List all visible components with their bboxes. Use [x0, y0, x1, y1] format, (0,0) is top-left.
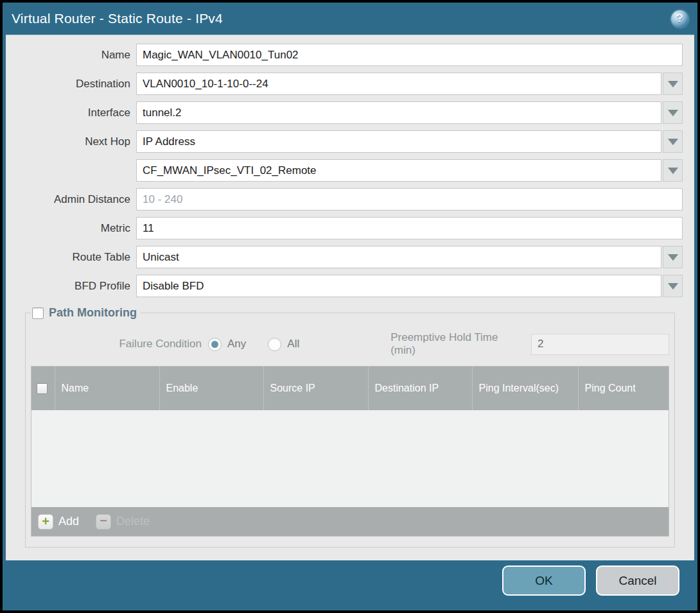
route-table-input[interactable] — [136, 246, 661, 268]
dialog-footer: OK Cancel — [3, 560, 697, 610]
dialog-body: Name Destination Interface — [6, 35, 694, 560]
form-row-next-hop-address — [12, 159, 683, 182]
help-icon[interactable]: ? — [671, 10, 688, 28]
add-button[interactable]: + Add — [38, 514, 79, 530]
path-monitoring-legend: Path Monitoring — [31, 306, 141, 320]
cancel-button[interactable]: Cancel — [596, 566, 679, 596]
static-route-dialog: Virtual Router - Static Route - IPv4 ? N… — [3, 3, 697, 610]
next-hop-address-dropdown-button[interactable] — [663, 159, 683, 182]
radio-all[interactable] — [268, 338, 281, 351]
radio-all-label: All — [287, 338, 299, 350]
column-header-enable[interactable]: Enable — [159, 367, 263, 410]
select-all-checkbox[interactable] — [37, 383, 48, 394]
dialog-title: Virtual Router - Static Route - IPv4 — [12, 11, 671, 26]
minus-icon: − — [96, 514, 111, 530]
bfd-profile-dropdown-button[interactable] — [663, 275, 683, 297]
path-monitoring-table: Name Enable Source IP Destination IP Pin… — [31, 366, 669, 537]
next-hop-label: Next Hop — [12, 135, 136, 148]
chevron-down-icon — [668, 81, 678, 87]
table-header-select-all — [31, 367, 55, 410]
form-row-interface: Interface — [12, 101, 683, 124]
window-frame: Virtual Router - Static Route - IPv4 ? N… — [0, 0, 700, 613]
delete-button[interactable]: − Delete — [96, 514, 150, 530]
path-monitoring-checkbox[interactable] — [32, 307, 44, 319]
table-footer-toolbar: + Add − Delete — [31, 507, 669, 536]
form-row-next-hop: Next Hop — [12, 130, 683, 153]
bfd-profile-input[interactable] — [136, 275, 661, 297]
name-label: Name — [12, 49, 136, 62]
column-header-ping-count[interactable]: Ping Count — [578, 367, 669, 410]
titlebar: Virtual Router - Static Route - IPv4 ? — [3, 3, 697, 35]
ok-button[interactable]: OK — [502, 566, 586, 596]
destination-dropdown-button[interactable] — [663, 73, 683, 95]
failure-condition-label: Failure Condition — [31, 338, 208, 350]
path-monitoring-legend-label: Path Monitoring — [49, 306, 137, 320]
next-hop-address-input[interactable] — [136, 159, 661, 182]
admin-distance-label: Admin Distance — [12, 193, 136, 206]
name-input[interactable] — [136, 44, 683, 66]
interface-input[interactable] — [136, 101, 661, 124]
delete-button-label: Delete — [116, 515, 150, 528]
metric-input[interactable] — [136, 217, 683, 239]
interface-label: Interface — [12, 107, 136, 119]
path-monitoring-controls: Failure Condition Any All Preemptive Hol… — [31, 332, 669, 356]
form-row-admin-distance: Admin Distance — [12, 188, 683, 211]
failure-condition-radio-group: Any All — [208, 338, 299, 351]
chevron-down-icon — [668, 139, 678, 145]
bfd-profile-label: BFD Profile — [12, 280, 136, 293]
metric-label: Metric — [12, 222, 136, 235]
add-button-label: Add — [58, 515, 79, 528]
table-empty-body — [31, 410, 669, 507]
chevron-down-icon — [668, 283, 678, 289]
radio-any[interactable] — [208, 338, 222, 351]
column-header-destination-ip[interactable]: Destination IP — [368, 367, 472, 410]
column-header-source-ip[interactable]: Source IP — [263, 367, 368, 410]
preemptive-hold-label: Preemptive Hold Time (min) — [390, 331, 531, 357]
next-hop-type-dropdown-button[interactable] — [663, 130, 683, 153]
table-header-row: Name Enable Source IP Destination IP Pin… — [31, 367, 669, 410]
route-table-label: Route Table — [12, 251, 136, 264]
destination-label: Destination — [12, 78, 136, 91]
column-header-ping-interval[interactable]: Ping Interval(sec) — [472, 367, 578, 410]
interface-dropdown-button[interactable] — [663, 101, 683, 124]
form-row-metric: Metric — [12, 217, 683, 239]
next-hop-type-input[interactable] — [136, 130, 661, 153]
plus-icon: + — [38, 514, 53, 530]
form-row-name: Name — [12, 44, 683, 66]
admin-distance-input[interactable] — [136, 188, 683, 211]
radio-any-label: Any — [227, 338, 246, 350]
column-header-name[interactable]: Name — [55, 367, 159, 410]
route-table-dropdown-button[interactable] — [663, 246, 683, 268]
destination-input[interactable] — [136, 73, 661, 95]
form-row-destination: Destination — [12, 73, 683, 95]
preemptive-hold-input[interactable] — [531, 334, 669, 355]
form-row-bfd-profile: BFD Profile — [12, 275, 683, 297]
path-monitoring-section: Path Monitoring Failure Condition Any Al… — [25, 306, 675, 548]
chevron-down-icon — [668, 110, 678, 116]
chevron-down-icon — [668, 168, 678, 174]
chevron-down-icon — [668, 254, 678, 261]
form-row-route-table: Route Table — [12, 246, 683, 268]
